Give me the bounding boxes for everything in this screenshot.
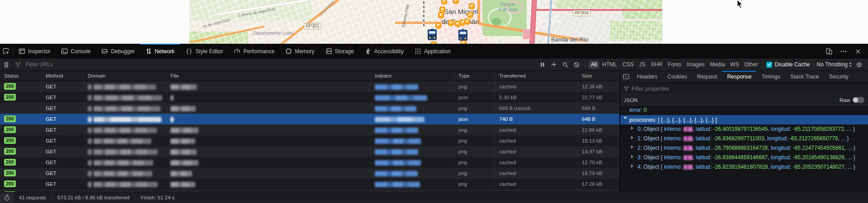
column-header-type[interactable]: Type: [454, 71, 495, 81]
tab-label: Application: [424, 48, 451, 55]
devtools-tab-application[interactable]: Application: [409, 44, 456, 59]
column-header-transferred[interactable]: Transferred: [495, 71, 578, 81]
toolbar-separator: [763, 61, 764, 68]
bus-stop-marker[interactable]: P: [438, 12, 444, 18]
devtools-tab-debugger[interactable]: Debugger: [96, 44, 140, 59]
network-table-header[interactable]: StatusMethodDomainFileInitiatorTypeTrans…: [0, 71, 619, 81]
finish-time: Finish: 51.24 s: [141, 195, 175, 200]
cell-size: 12.70 kB: [578, 157, 619, 168]
twisty-closed-icon[interactable]: [631, 164, 635, 168]
twisty-open-icon[interactable]: [623, 117, 627, 121]
devtools-tab-inspector[interactable]: Inspector: [13, 44, 56, 59]
devtools-tab-storage[interactable]: Storage: [320, 44, 359, 59]
json-array-item-row[interactable]: 2: Object { interno: , latitud: -26.7906…: [620, 143, 868, 153]
bus-stop-marker[interactable]: P: [441, 0, 447, 4]
network-request-row[interactable]: GETpng669 B (raced)669 B: [0, 103, 619, 114]
filter-properties-input[interactable]: Filter properties: [632, 86, 669, 92]
toolbar-separator: [813, 61, 814, 68]
type-filter-ws[interactable]: WS: [728, 60, 741, 69]
column-header-initiator[interactable]: Initiator: [371, 71, 454, 81]
bus-stop-marker[interactable]: P: [469, 3, 475, 9]
twisty-closed-icon[interactable]: [631, 145, 635, 149]
type-filter-css[interactable]: CSS: [620, 60, 636, 69]
details-tab-stack-trace[interactable]: Stack Trace: [785, 71, 824, 83]
devtools-tab-console[interactable]: Console: [56, 44, 96, 59]
cell-method: GET: [42, 114, 84, 125]
type-filter-js[interactable]: JS: [637, 60, 648, 69]
meatball-menu-icon[interactable]: [837, 48, 850, 55]
cell-method: GET: [42, 135, 84, 146]
bus-marker[interactable]: [458, 25, 467, 42]
throttling-select[interactable]: No Throttling: [817, 61, 848, 68]
json-array-item-row[interactable]: 4: Object { interno: , latitud: -26.8239…: [620, 162, 868, 172]
disable-cache-checkbox[interactable]: [766, 62, 772, 68]
json-posiciones-row[interactable]: posiciones: [ {...}, {...}, {...}, {...}…: [620, 115, 868, 125]
tab-label: Debugger: [111, 48, 135, 55]
devtools-tab-memory[interactable]: Memory: [280, 44, 320, 59]
json-array-item-row[interactable]: 1: Object { interno: , latitud: -26.8368…: [620, 134, 868, 143]
type-filter-fonts[interactable]: Fonts: [665, 60, 684, 69]
split-panel-icon[interactable]: [620, 71, 632, 83]
details-tab-cookies[interactable]: Cookies: [662, 71, 692, 83]
json-array-item-row[interactable]: 3: Object { interno: , latitud: -26.8386…: [620, 153, 868, 162]
pick-element-icon[interactable]: [0, 44, 13, 59]
bus-stop-marker[interactable]: P: [448, 20, 454, 26]
map[interactable]: San Miguel de Tucumán Parque 9 de Julio …: [189, 0, 662, 44]
type-filter-xhr[interactable]: XHR: [649, 60, 665, 69]
type-filter-all[interactable]: All: [589, 60, 599, 69]
cell-size: 12.86 kB: [578, 125, 619, 135]
column-header-domain[interactable]: Domain: [84, 71, 166, 81]
network-request-row[interactable]: 200GETpngcached12.86 kB: [0, 125, 619, 135]
raw-toggle-switch[interactable]: [853, 97, 864, 103]
type-filter-other[interactable]: Other: [742, 60, 760, 69]
search-icon[interactable]: [560, 62, 571, 68]
type-filter-images[interactable]: Images: [684, 60, 707, 69]
network-request-row[interactable]: 200GETpngcached12.36 kB: [0, 81, 619, 92]
devtools-tab-style-editor[interactable]: {}Style Editor: [180, 44, 228, 59]
disable-cache-label[interactable]: Disable Cache: [774, 61, 810, 68]
devtools-tab-network[interactable]: Network: [140, 44, 180, 59]
details-tab-response[interactable]: Response: [722, 71, 756, 83]
twisty-closed-icon[interactable]: [631, 136, 635, 139]
devtools-panel: InspectorConsoleDebuggerNetwork{}Style E…: [0, 44, 868, 203]
json-error-row[interactable]: error: 0: [620, 106, 868, 115]
network-settings-gear-icon[interactable]: [852, 61, 866, 68]
twisty-closed-icon[interactable]: [631, 155, 635, 158]
bus-marker[interactable]: [428, 25, 437, 41]
responsive-design-icon[interactable]: [823, 48, 835, 55]
network-request-row[interactable]: 200GETpngcached16.79 kB: [0, 168, 619, 179]
details-tab-timings[interactable]: Timings: [756, 71, 785, 83]
details-tab-request[interactable]: Request: [692, 71, 722, 83]
type-filter-html[interactable]: HTML: [600, 60, 619, 69]
pause-requests-icon[interactable]: [537, 62, 548, 67]
cell-type: png: [454, 146, 495, 157]
block-request-icon[interactable]: [571, 62, 582, 68]
devtools-tab-performance[interactable]: Performance: [228, 44, 280, 59]
network-request-row[interactable]: 200GETpngcached17.26 kB: [0, 179, 619, 189]
network-request-row[interactable]: 200GETpngcached14.97 kB: [0, 146, 619, 157]
clear-requests-icon[interactable]: [0, 61, 13, 68]
bus-stop-marker[interactable]: P: [467, 12, 473, 18]
network-request-row[interactable]: 200GETpngcached12.70 kB: [0, 157, 619, 168]
column-header-status[interactable]: Status: [0, 71, 42, 81]
close-devtools-icon[interactable]: [852, 48, 864, 55]
bus-stop-marker[interactable]: P: [464, 18, 470, 24]
twisty-closed-icon[interactable]: [631, 126, 635, 130]
column-header-file[interactable]: File: [166, 71, 371, 81]
details-tab-headers[interactable]: Headers: [632, 71, 662, 83]
bus-stop-marker[interactable]: P: [453, 0, 459, 4]
type-filter-media[interactable]: Media: [708, 60, 727, 69]
network-request-row[interactable]: 200GETjson5.30 kB22.77 kB: [0, 92, 619, 103]
performance-analysis-icon[interactable]: [0, 192, 14, 203]
cell-initiator-redacted: [371, 168, 454, 179]
new-request-icon[interactable]: [548, 62, 560, 67]
column-header-size[interactable]: Size: [578, 71, 619, 81]
network-request-row[interactable]: 200GETpngcached18.13 kB: [0, 135, 619, 146]
json-section-header[interactable]: JSON Raw: [620, 95, 868, 106]
network-request-row[interactable]: 200GETjson740 B648 B: [0, 114, 619, 125]
json-array-item-row[interactable]: 0: Object { interno: , latitud: -26.8001…: [620, 125, 868, 134]
devtools-tab-accessibility[interactable]: Accessibility: [359, 44, 409, 59]
details-tab-security[interactable]: Security: [824, 71, 853, 83]
column-header-method[interactable]: Method: [42, 71, 84, 81]
filter-urls-input[interactable]: Filter URLs: [26, 61, 53, 68]
